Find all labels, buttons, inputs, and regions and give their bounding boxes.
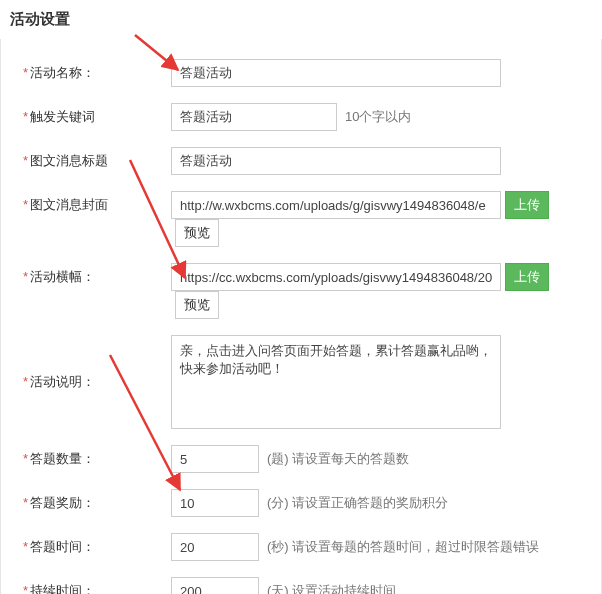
duration-input[interactable] xyxy=(171,577,259,594)
duration-hint: (天) 设置活动持续时间 xyxy=(267,582,396,594)
label-description: *活动说明： xyxy=(23,335,171,391)
reward-hint: (分) 请设置正确答题的奖励积分 xyxy=(267,494,448,512)
message-cover-input[interactable] xyxy=(171,191,501,219)
answer-time-input[interactable] xyxy=(171,533,259,561)
label-reward: *答题奖励： xyxy=(23,489,171,512)
trigger-keyword-hint: 10个字以内 xyxy=(345,108,411,126)
form-container: *活动名称： *触发关键词 10个字以内 *图文消息标题 *图文消息封面 上传 … xyxy=(0,39,602,594)
message-title-input[interactable] xyxy=(171,147,501,175)
label-message-cover: *图文消息封面 xyxy=(23,191,171,214)
cover-upload-button[interactable]: 上传 xyxy=(505,191,549,219)
row-reward: *答题奖励： (分) 请设置正确答题的奖励积分 xyxy=(23,489,591,517)
row-answer-time: *答题时间： (秒) 请设置每题的答题时间，超过时限答题错误 xyxy=(23,533,591,561)
row-trigger-keyword: *触发关键词 10个字以内 xyxy=(23,103,591,131)
row-message-title: *图文消息标题 xyxy=(23,147,591,175)
row-activity-name: *活动名称： xyxy=(23,59,591,87)
label-message-title: *图文消息标题 xyxy=(23,147,171,170)
row-message-cover: *图文消息封面 上传 预览 xyxy=(23,191,591,247)
page-title: 活动设置 xyxy=(0,0,602,39)
label-answer-time: *答题时间： xyxy=(23,533,171,556)
banner-input[interactable] xyxy=(171,263,501,291)
cover-preview-button[interactable]: 预览 xyxy=(175,219,219,247)
label-activity-name: *活动名称： xyxy=(23,59,171,82)
description-textarea[interactable]: 亲，点击进入问答页面开始答题，累计答题赢礼品哟，快来参加活动吧！ xyxy=(171,335,501,429)
label-banner: *活动横幅： xyxy=(23,263,171,286)
activity-name-input[interactable] xyxy=(171,59,501,87)
label-trigger-keyword: *触发关键词 xyxy=(23,103,171,126)
trigger-keyword-input[interactable] xyxy=(171,103,337,131)
row-duration: *持续时间： (天) 设置活动持续时间 xyxy=(23,577,591,594)
banner-upload-button[interactable]: 上传 xyxy=(505,263,549,291)
reward-input[interactable] xyxy=(171,489,259,517)
label-question-count: *答题数量： xyxy=(23,445,171,468)
row-banner: *活动横幅： 上传 预览 xyxy=(23,263,591,319)
label-duration: *持续时间： xyxy=(23,577,171,594)
banner-preview-button[interactable]: 预览 xyxy=(175,291,219,319)
answer-time-hint: (秒) 请设置每题的答题时间，超过时限答题错误 xyxy=(267,538,539,556)
row-description: *活动说明： 亲，点击进入问答页面开始答题，累计答题赢礼品哟，快来参加活动吧！ xyxy=(23,335,591,429)
row-question-count: *答题数量： (题) 请设置每天的答题数 xyxy=(23,445,591,473)
question-count-hint: (题) 请设置每天的答题数 xyxy=(267,450,409,468)
question-count-input[interactable] xyxy=(171,445,259,473)
